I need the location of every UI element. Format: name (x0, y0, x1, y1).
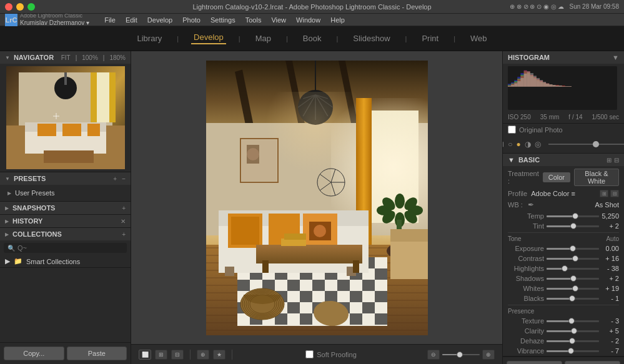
highlights-slider-track[interactable] (547, 268, 599, 270)
toolbar-grid-view[interactable]: ⊟ (171, 350, 184, 360)
copy-button[interactable]: Copy... (4, 347, 64, 360)
contrast-slider-track[interactable] (547, 258, 599, 260)
tone-auto-button[interactable]: Auto (606, 235, 619, 242)
toolbar-flags[interactable]: ⊕ (197, 350, 209, 360)
tint-slider-thumb[interactable] (570, 223, 577, 229)
menu-help[interactable]: Help (330, 16, 345, 24)
presets-header[interactable]: ▼ Presets + − (0, 172, 131, 185)
whites-slider-thumb[interactable] (572, 285, 578, 292)
presets-collapse[interactable]: − (122, 175, 126, 182)
menu-photo[interactable]: Photo (182, 16, 201, 24)
treatment-bw-button[interactable]: Black & White (574, 169, 619, 186)
history-header[interactable]: ▶ History ✕ (0, 215, 131, 227)
nav-print[interactable]: Print (419, 34, 441, 43)
previous-button[interactable]: Previous (507, 361, 562, 364)
history-panel: ▶ History ✕ (0, 215, 131, 228)
smart-collections-item[interactable]: ▶ 📁 Smart Collections (0, 255, 131, 267)
orig-photo-checkbox[interactable] (508, 125, 516, 134)
histogram-focal: 35 mm (540, 114, 560, 121)
tint-slider-track[interactable] (547, 225, 599, 227)
menu-tools[interactable]: Tools (245, 16, 262, 24)
nav-develop[interactable]: Develop (191, 32, 226, 44)
temp-slider-track[interactable] (547, 215, 599, 217)
menu-edit[interactable]: Edit (126, 16, 137, 24)
photo-canvas[interactable] (206, 61, 428, 335)
shadows-slider-track[interactable] (547, 278, 599, 280)
profile-icon-grid[interactable]: ⊞ (600, 190, 608, 197)
tools-size-slider[interactable] (548, 144, 624, 145)
profile-value[interactable]: Adobe Color ≡ (531, 190, 596, 197)
window-title: Lightroom Catalog-v10-2.lrcat - Adobe Ph… (192, 3, 431, 11)
exposure-slider-thumb[interactable] (570, 245, 576, 252)
tool-redeye[interactable]: ● (517, 139, 521, 150)
highlights-slider-thumb[interactable] (562, 265, 568, 272)
snapshots-add-button[interactable]: + (122, 205, 126, 212)
history-close-button[interactable]: ✕ (121, 218, 126, 225)
vibrance-slider-thumb[interactable] (568, 348, 574, 354)
presets-add-button[interactable]: + (113, 175, 117, 182)
clarity-slider-thumb[interactable] (571, 328, 577, 334)
dehaze-slider-thumb[interactable] (569, 338, 575, 344)
wb-value[interactable]: As Shot (595, 201, 619, 209)
menu-view[interactable]: View (271, 16, 286, 24)
user-presets-item[interactable]: ▶ User Presets (5, 187, 126, 199)
menu-window[interactable]: Window (296, 16, 320, 24)
zoom-slider-track[interactable] (442, 354, 480, 355)
tool-radialfilter[interactable]: ◎ (535, 139, 541, 150)
wb-eyedropper[interactable]: ✒ (527, 200, 535, 209)
reset-button[interactable]: Reset (565, 361, 620, 364)
shadows-slider-thumb[interactable] (570, 275, 577, 282)
collections-search-box[interactable]: 🔍 (4, 243, 127, 253)
dehaze-slider-track[interactable] (547, 340, 599, 342)
histogram-collapse[interactable]: ▼ (612, 54, 619, 61)
zoom-180[interactable]: 180% (109, 54, 126, 61)
treatment-color-button[interactable]: Color (543, 172, 570, 182)
navigator-header[interactable]: ▼ Navigator FIT | 100% | 180% (0, 51, 131, 64)
nav-library[interactable]: Library (134, 34, 164, 43)
blacks-slider-thumb[interactable] (569, 295, 575, 302)
blacks-slider-track[interactable] (547, 298, 599, 300)
toolbar-stars[interactable]: ★ (213, 350, 225, 360)
basic-grid-icon[interactable]: ⊞ (607, 157, 612, 164)
zoom-100[interactable]: 100% (82, 54, 98, 61)
tool-heal[interactable]: ○ (508, 139, 512, 150)
menu-settings[interactable]: Settings (210, 16, 235, 24)
nav-book[interactable]: Book (300, 34, 324, 43)
close-button[interactable] (5, 3, 12, 11)
toolbar-zoom-in[interactable]: ⊕ (482, 350, 495, 360)
tool-gradfilter[interactable]: ◑ (525, 139, 531, 150)
blacks-slider-row: Blacks - 1 (503, 293, 624, 303)
texture-slider-track[interactable] (547, 320, 599, 322)
snapshots-header[interactable]: ▶ Snapshots + (0, 202, 131, 214)
paste-button[interactable]: Paste (67, 347, 127, 360)
zoom-slider-thumb[interactable] (457, 352, 463, 358)
navigator-thumbnail[interactable] (6, 66, 125, 169)
whites-slider-track[interactable] (547, 288, 599, 290)
exposure-slider-track[interactable] (547, 248, 599, 250)
basic-header[interactable]: ▼ Basic ⊞ ⊟ (503, 154, 624, 166)
collections-search-input[interactable] (17, 244, 123, 252)
maximize-button[interactable] (27, 3, 35, 11)
nav-map[interactable]: Map (253, 34, 274, 43)
clarity-slider-track[interactable] (547, 330, 599, 332)
contrast-slider-thumb[interactable] (572, 255, 578, 262)
toolbar-compare-view[interactable]: ⊞ (155, 350, 167, 360)
tool-crop[interactable]: ⊡ (502, 139, 504, 150)
toolbar-single-view[interactable]: ⬜ (139, 350, 151, 360)
profile-icon-list[interactable]: ⊟ (610, 190, 619, 197)
collections-add-button[interactable]: + (122, 231, 126, 238)
vibrance-slider-track[interactable] (547, 350, 599, 352)
navigator-panel: ▼ Navigator FIT | 100% | 180% (0, 51, 131, 172)
basic-list-icon[interactable]: ⊟ (614, 157, 619, 164)
nav-slideshow[interactable]: Slideshow (350, 34, 392, 43)
zoom-fit[interactable]: FIT (61, 54, 71, 61)
collections-header[interactable]: ▶ Collections + (0, 228, 131, 240)
texture-slider-thumb[interactable] (568, 318, 575, 324)
toolbar-zoom-out[interactable]: ⊖ (427, 350, 440, 360)
minimize-button[interactable] (16, 3, 24, 11)
menu-develop[interactable]: Develop (147, 16, 172, 24)
nav-web[interactable]: Web (468, 34, 490, 43)
temp-slider-thumb[interactable] (572, 213, 578, 219)
menu-file[interactable]: File (104, 16, 116, 24)
soft-proofing-checkbox[interactable] (305, 350, 314, 358)
